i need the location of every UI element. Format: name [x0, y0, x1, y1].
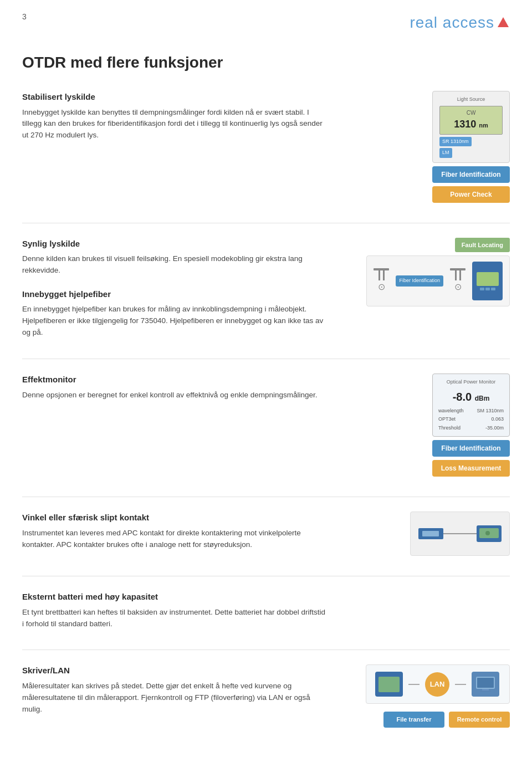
- fault-diagram-inner: ⊙ Fiber Identification ⊙: [374, 262, 503, 300]
- device-screen: CW 1310 nm: [439, 106, 503, 135]
- section-stabilisert: Stabilisert lyskilde Innebygget lyskilde…: [22, 91, 510, 203]
- otdr-btn-2: [485, 288, 490, 290]
- pole-arms: [378, 270, 385, 280]
- lan-computer: [472, 672, 499, 697]
- pole2-arm-left: [455, 270, 457, 280]
- section-kontakt-title: Vinkel eller sfærisk slipt kontakt: [22, 512, 327, 524]
- coil-left: ⊙: [378, 280, 385, 294]
- connector-svg: [416, 517, 504, 550]
- section-effektmonitor-body: Denne opsjonen er beregnet for enkel kon…: [22, 390, 327, 401]
- section-stabilisert-title: Stabilisert lyskilde: [22, 91, 327, 104]
- section-stabilisert-body: Innebygget lyskilde kan benyttes til dem…: [22, 107, 327, 142]
- section-synlig: Synlig lyskilde Denne kilden kan brukes …: [22, 238, 510, 339]
- divider-3: [22, 497, 510, 497]
- fiber-id-diagram-badge: Fiber Identification: [396, 275, 443, 287]
- section-hjelpefiber-body: En innebygget hjelpefiber kan brukes for…: [22, 304, 327, 339]
- pole-arm-left: [378, 270, 380, 280]
- svg-point-6: [485, 531, 490, 535]
- device-btn-mode: LM: [439, 148, 452, 158]
- device-row1: SR 1310nm: [439, 137, 503, 147]
- page-header: 3 real access: [22, 11, 510, 34]
- light-source-device: Light Source CW 1310 nm SR 1310nm LM: [432, 91, 510, 163]
- device-btn-wavelength: SR 1310nm: [439, 137, 472, 147]
- otdr-screen-lan: [378, 677, 400, 692]
- lan-line-1: [408, 684, 420, 685]
- svg-rect-8: [477, 678, 494, 688]
- section-effektmonitor-title: Effektmonitor: [22, 374, 327, 386]
- section-batteri-text: Eksternt batteri med høy kapasitet Et ty…: [22, 591, 327, 630]
- divider-4: [22, 576, 510, 576]
- svg-marker-0: [498, 17, 509, 27]
- section-skriver-visual: LAN File transfer Remote control: [366, 664, 510, 728]
- svg-rect-10: [480, 691, 491, 692]
- section-synlig-title: Synlig lyskilde: [22, 238, 327, 250]
- device-row2: LM: [439, 148, 503, 158]
- otdr-btn-1: [480, 288, 484, 290]
- section-effektmonitor-text: Effektmonitor Denne opsjonen er beregnet…: [22, 374, 327, 401]
- lan-diagram: LAN: [366, 664, 510, 704]
- pm-rows: wavelength SM 1310nm OPT3et 0.063 Thresh…: [438, 407, 504, 432]
- badge-loss-measurement: Loss Measurement: [432, 460, 510, 477]
- coil-right: ⊙: [454, 280, 462, 294]
- section-synlig-visual: Fault Locating ⊙ Fiber Identification: [366, 238, 510, 307]
- section-synlig-body: Denne kilden kan brukes til visuell feil…: [22, 253, 327, 277]
- section-stabilisert-visual: Light Source CW 1310 nm SR 1310nm LM Fib…: [399, 91, 510, 203]
- section-kontakt-visual: [399, 512, 510, 556]
- pm-reading: -8.0 dBm: [438, 388, 504, 405]
- section-stabilisert-text: Stabilisert lyskilde Innebygget lyskilde…: [22, 91, 327, 141]
- section-effektmonitor-visual: Optical Power Monitor -8.0 dBm wavelengt…: [399, 374, 510, 477]
- page-number: 3: [22, 11, 27, 23]
- fault-diagram: ⊙ Fiber Identification ⊙: [366, 255, 510, 306]
- pole2-arm-right: [459, 270, 461, 280]
- lan-otdr-icon: [375, 672, 403, 697]
- skriver-badge-row: File transfer Remote control: [383, 712, 510, 728]
- lan-hub-badge: LAN: [425, 672, 449, 697]
- svg-rect-9: [482, 689, 489, 691]
- lan-otdr: [375, 672, 403, 697]
- divider-2: [22, 359, 510, 359]
- pm-row-0: wavelength SM 1310nm: [438, 407, 504, 415]
- brand-logo: real access: [410, 11, 510, 34]
- section-kontakt-body: Instrumentet kan leveres med APC kontakt…: [22, 528, 327, 551]
- badge-fiber-id-1: Fiber Identification: [432, 166, 510, 183]
- connector-illustration: [410, 512, 510, 556]
- divider-1: [22, 223, 510, 223]
- pole2-arms: [455, 270, 461, 280]
- section-kontakt: Vinkel eller sfærisk slipt kontakt Instr…: [22, 512, 510, 556]
- section-batteri-body: Et tynt brettbatteri kan heftes til baks…: [22, 607, 327, 630]
- device-header: Light Source: [439, 96, 503, 104]
- brand-icon: [497, 16, 510, 29]
- section-batteri-title: Eksternt batteri med høy kapasitet: [22, 591, 327, 604]
- brand-text: real access: [410, 11, 494, 34]
- divider-5: [22, 650, 510, 650]
- pole-2: ⊙: [450, 268, 466, 294]
- device-wavelength: 1310 nm: [444, 117, 498, 132]
- section-skriver-body: Måleresultater kan skrives på stedet. De…: [22, 681, 327, 715]
- badge-fiber-id-3: Fiber Identification: [432, 440, 510, 457]
- otdr-device: [472, 262, 503, 300]
- section-effektmonitor: Effektmonitor Denne opsjonen er beregnet…: [22, 374, 510, 477]
- section-batteri: Eksternt batteri med høy kapasitet Et ty…: [22, 591, 510, 630]
- section-skriver: Skriver/LAN Måleresultater kan skrives p…: [22, 664, 510, 728]
- lan-line-2: [455, 684, 466, 685]
- power-monitor-device: Optical Power Monitor -8.0 dBm wavelengt…: [432, 374, 510, 437]
- page-title: OTDR med flere funksjoner: [22, 51, 510, 74]
- pm-row-2: Threshold -35.00m: [438, 425, 504, 432]
- pole-arm-right: [383, 270, 385, 280]
- computer-svg: [475, 676, 496, 693]
- badge-file-transfer: File transfer: [383, 712, 444, 728]
- svg-rect-2: [422, 531, 439, 536]
- badge-power-check: Power Check: [432, 186, 510, 203]
- pm-header: Optical Power Monitor: [438, 379, 504, 386]
- section-kontakt-text: Vinkel eller sfærisk slipt kontakt Instr…: [22, 512, 327, 550]
- otdr-btn-3: [491, 288, 495, 290]
- section-skriver-text: Skriver/LAN Måleresultater kan skrives p…: [22, 664, 327, 715]
- lan-hub: LAN: [425, 672, 449, 697]
- lan-computer-icon: [472, 672, 499, 697]
- badge-remote-control: Remote control: [449, 712, 510, 728]
- section-hjelpefiber-title: Innebygget hjelpefiber: [22, 288, 327, 301]
- section-skriver-title: Skriver/LAN: [22, 664, 327, 677]
- section-synlig-text: Synlig lyskilde Denne kilden kan brukes …: [22, 238, 327, 339]
- otdr-screen: [477, 272, 499, 286]
- otdr-buttons: [480, 288, 495, 290]
